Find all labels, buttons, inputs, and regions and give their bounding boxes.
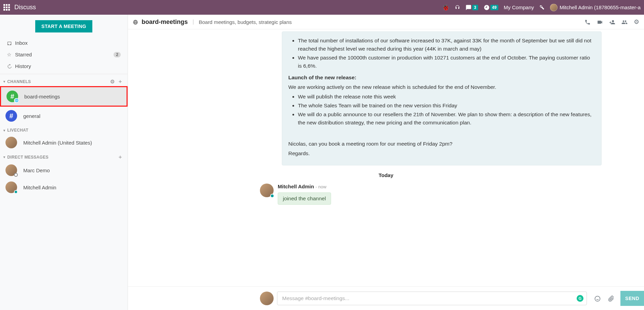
- video-icon[interactable]: [597, 18, 603, 26]
- composer: G SEND: [128, 286, 644, 310]
- avatar: [5, 164, 17, 176]
- message-notification: Mitchell Admin - now joined the channel: [128, 181, 644, 205]
- support-icon[interactable]: [455, 5, 460, 10]
- message-line: We will do a public announce to our rese…: [298, 110, 595, 127]
- dm-name: Mitchell Admin: [23, 185, 56, 190]
- activities-indicator[interactable]: 49: [484, 4, 498, 11]
- presence-online-icon: [14, 190, 18, 194]
- hash-icon: #: [5, 110, 17, 122]
- livechat-section-head[interactable]: ▾ LIVECHAT: [0, 125, 128, 134]
- phone-icon[interactable]: [584, 18, 591, 26]
- chevron-down-icon: ▾: [3, 155, 5, 159]
- gear-icon[interactable]: ⚙: [110, 79, 115, 85]
- sidebar: START A MEETING Inbox ☆ Starred 2 Histor…: [0, 15, 128, 310]
- username: Mitchell Admin (18780655-master-a: [560, 4, 641, 10]
- message-line: We will publish the release note this we…: [298, 93, 595, 101]
- notification-text: joined the channel: [278, 192, 331, 205]
- livechat-label: LIVECHAT: [7, 128, 123, 133]
- avatar: [5, 181, 17, 193]
- app-title: Discuss: [14, 4, 36, 11]
- emoji-icon[interactable]: [594, 295, 601, 302]
- message-line: We have passed the 10000th customer in p…: [298, 54, 595, 70]
- starred-nav[interactable]: ☆ Starred 2: [0, 49, 128, 60]
- send-button[interactable]: SEND: [620, 291, 644, 306]
- message-subhead: Launch of the new release:: [288, 75, 356, 80]
- message-input[interactable]: [277, 292, 587, 305]
- message-line: Regards.: [288, 149, 595, 158]
- dm-marc-demo[interactable]: Marc Demo: [0, 162, 128, 179]
- inbox-icon: [7, 40, 15, 46]
- add-channel-icon[interactable]: ＋: [118, 78, 123, 85]
- avatar: [260, 184, 274, 197]
- messages-badge: 3: [472, 5, 478, 10]
- dm-name: Marc Demo: [23, 167, 50, 173]
- gear-icon[interactable]: ⚙: [634, 18, 639, 26]
- user-menu[interactable]: Mitchell Admin (18780655-master-a: [550, 4, 641, 11]
- members-icon[interactable]: [621, 18, 628, 26]
- chevron-down-icon: ▾: [3, 129, 5, 132]
- thread-name: board-meetings: [142, 18, 188, 26]
- dm-label: DIRECT MESSAGES: [7, 155, 115, 160]
- message-line: The total number of installations of our…: [298, 37, 595, 53]
- messages-indicator[interactable]: 3: [465, 4, 478, 11]
- message-card: The total number of installations of our…: [282, 31, 602, 165]
- channels-label: CHANNELS: [7, 79, 107, 84]
- star-icon: ☆: [7, 52, 15, 58]
- channel-general[interactable]: # general: [0, 107, 128, 125]
- chevron-down-icon: ▾: [3, 80, 5, 83]
- avatar: [550, 4, 557, 11]
- activities-badge: 49: [490, 5, 498, 10]
- grammarly-icon[interactable]: G: [577, 295, 583, 302]
- dm-section-head[interactable]: ▾ DIRECT MESSAGES ＋: [0, 151, 128, 162]
- message-line: We are working actively on the new relea…: [288, 83, 595, 91]
- globe-mini-icon: 🌐: [14, 98, 19, 103]
- livechat-name: Mitchell Admin (United States): [23, 140, 92, 146]
- add-user-icon[interactable]: [609, 18, 615, 26]
- hash-icon: #🌐: [6, 91, 18, 102]
- apps-icon[interactable]: [3, 4, 10, 11]
- livechat-item[interactable]: Mitchell Admin (United States): [0, 134, 128, 151]
- add-dm-icon[interactable]: ＋: [118, 154, 123, 160]
- presence-away-icon: [14, 173, 18, 177]
- attachment-icon[interactable]: [608, 295, 614, 302]
- debug-icon[interactable]: [539, 5, 544, 10]
- message-author: Mitchell Admin: [278, 184, 314, 189]
- bug-icon[interactable]: 🐞: [442, 4, 449, 11]
- history-label: History: [15, 63, 121, 69]
- dm-mitchell-admin[interactable]: Mitchell Admin: [0, 179, 128, 196]
- presence-online-icon: [270, 194, 274, 198]
- inbox-nav[interactable]: Inbox: [0, 37, 128, 49]
- starred-count: 2: [114, 52, 121, 57]
- inbox-label: Inbox: [15, 40, 121, 46]
- date-divider: Today: [128, 165, 644, 181]
- message-line: The whole Sales Team will be trained on …: [298, 102, 595, 110]
- thread-description: Board meetings, budgets, strategic plans: [199, 19, 292, 25]
- channel-label: general: [23, 113, 40, 119]
- channels-section-head[interactable]: ▾ CHANNELS ⚙ ＋: [0, 76, 128, 86]
- channel-board-meetings[interactable]: #🌐 board-meetings: [0, 86, 128, 107]
- history-nav[interactable]: History: [0, 60, 128, 72]
- thread-header: board-meetings | Board meetings, budgets…: [128, 15, 644, 29]
- thread-pane: board-meetings | Board meetings, budgets…: [128, 15, 644, 310]
- channel-label: board-meetings: [24, 94, 60, 99]
- start-meeting-button[interactable]: START A MEETING: [35, 20, 92, 32]
- globe-icon: [133, 19, 138, 25]
- avatar: [5, 137, 17, 148]
- message-line: Nicolas, can you book a meeting room for…: [288, 140, 595, 148]
- message-list: The total number of installations of our…: [128, 29, 644, 286]
- topbar: Discuss 🐞 3 49 My Company Mitchell Admin…: [0, 0, 644, 15]
- message-time: - now: [316, 184, 327, 189]
- history-icon: [7, 63, 15, 69]
- avatar: [260, 292, 274, 305]
- starred-label: Starred: [15, 52, 114, 57]
- company-switcher[interactable]: My Company: [504, 4, 534, 10]
